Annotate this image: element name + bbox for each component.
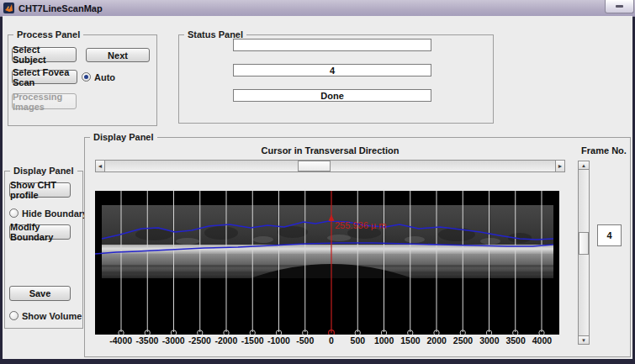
matlab-icon xyxy=(3,3,14,13)
x-tick-label: 3000 xyxy=(476,335,502,346)
hide-boundary-label: Hide Boundary xyxy=(22,208,87,219)
x-tick-label: 2000 xyxy=(424,335,450,346)
x-tick-label: -1000 xyxy=(266,335,292,346)
show-volume-label: Show Volume xyxy=(22,311,82,321)
select-fovea-scan-button[interactable]: Select Fovea Scan xyxy=(12,70,77,84)
show-cht-profile-button[interactable]: Show CHT profile xyxy=(9,182,71,198)
modify-boundary-button[interactable]: Modify Boundary xyxy=(9,224,71,240)
save-button[interactable]: Save xyxy=(9,286,71,301)
status-field-3[interactable]: Done xyxy=(233,89,431,102)
frame-scrollbar[interactable]: ▲ ▼ xyxy=(578,161,590,345)
app-window: CHT7LineScanMap Process Panel Select Sub… xyxy=(0,0,635,364)
frame-scrollbar-thumb[interactable] xyxy=(579,232,589,255)
scroll-down-icon[interactable]: ▼ xyxy=(579,335,589,344)
x-tick-label: -4000 xyxy=(108,335,134,346)
processing-images-button: Processing Images xyxy=(12,93,77,109)
show-volume-radio[interactable] xyxy=(9,311,19,320)
x-tick-label: -3000 xyxy=(161,335,187,346)
oct-scan-image[interactable]: 255.936 µ m xyxy=(95,191,559,335)
cursor-scrollbar[interactable]: ◄ ► xyxy=(95,160,565,172)
scroll-right-icon[interactable]: ► xyxy=(555,161,564,171)
title-bar: CHT7LineScanMap xyxy=(0,0,635,17)
minimize-button[interactable] xyxy=(605,0,634,13)
x-tick-label: 1500 xyxy=(397,335,423,346)
oct-scan-canvas: 255.936 µ m xyxy=(95,191,559,335)
status-field-2[interactable]: 4 xyxy=(233,64,431,76)
scroll-left-icon[interactable]: ◄ xyxy=(96,161,105,171)
display-controls-title: Display Panel xyxy=(10,166,77,176)
x-tick-label: -3500 xyxy=(134,335,160,346)
auto-radio[interactable] xyxy=(82,72,91,82)
x-tick-label: 4000 xyxy=(529,335,555,346)
x-tick-label: -2000 xyxy=(213,335,239,346)
x-axis-labels: -4000 -3500 -3000 -2500 -2000 -1500 -100… xyxy=(108,335,555,346)
status-field-1[interactable] xyxy=(233,39,431,51)
x-tick-label: 1000 xyxy=(371,335,397,346)
x-tick-label: -2500 xyxy=(187,335,213,346)
display-panel-title: Display Panel xyxy=(90,132,157,142)
minimize-icon xyxy=(616,5,623,8)
select-subject-button[interactable]: Select Subject xyxy=(12,47,77,62)
x-tick-label: 0 xyxy=(318,335,344,346)
scroll-up-icon[interactable]: ▲ xyxy=(579,161,589,170)
x-tick-label: -1500 xyxy=(239,335,265,346)
window-title: CHT7LineScanMap xyxy=(19,3,103,13)
hide-boundary-radio[interactable] xyxy=(9,208,19,218)
thickness-annotation: 255.936 µ m xyxy=(335,220,386,230)
next-button[interactable]: Next xyxy=(86,48,150,62)
auto-radio-label: Auto xyxy=(94,72,115,82)
frame-no-label: Frame No. xyxy=(579,145,628,156)
cursor-scrollbar-thumb[interactable] xyxy=(298,161,331,171)
x-tick-label: 500 xyxy=(345,335,371,346)
x-tick-label: 3500 xyxy=(502,335,528,346)
process-panel-title: Process Panel xyxy=(13,29,83,40)
cursor-direction-label: Cursor in Transversal Direction xyxy=(95,145,565,156)
frame-number-field[interactable]: 4 xyxy=(597,224,622,246)
x-tick-label: -500 xyxy=(292,335,318,346)
x-tick-label: 2500 xyxy=(450,335,476,346)
